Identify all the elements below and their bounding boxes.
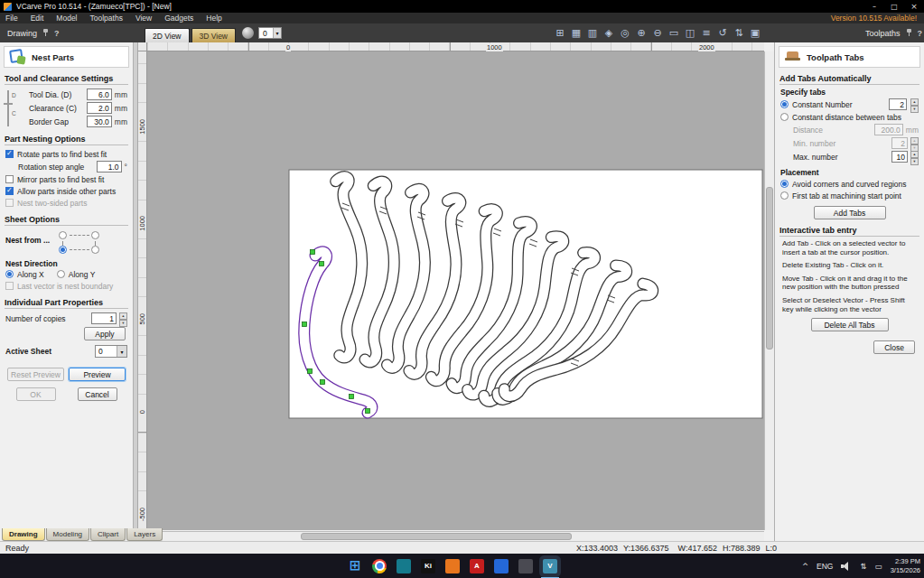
minimize-button[interactable]: – xyxy=(864,0,884,13)
shading-sphere-icon[interactable] xyxy=(242,27,254,39)
constant-number-input[interactable]: 2 xyxy=(889,98,907,110)
page-tab-drawing[interactable]: Drawing xyxy=(2,528,45,541)
drawing-panel-title: Drawing xyxy=(7,29,37,38)
drawing-canvas[interactable] xyxy=(147,51,764,530)
vertical-scrollbar[interactable] xyxy=(764,51,774,530)
maximize-button[interactable]: □ xyxy=(884,0,904,13)
menu-file[interactable]: File xyxy=(5,14,18,23)
grid-icon[interactable]: ▦ xyxy=(569,25,583,40)
value-input[interactable]: 2.0 xyxy=(87,102,112,114)
value-input[interactable]: 6.0 xyxy=(87,89,112,100)
along-x-radio[interactable] xyxy=(5,270,14,278)
app-icon-blue[interactable] xyxy=(494,559,509,573)
guides-icon[interactable]: ▥ xyxy=(585,25,600,40)
language-indicator[interactable]: ENG xyxy=(817,562,833,571)
acrobat-icon[interactable]: A xyxy=(470,559,484,573)
rotation-step-input[interactable]: 1.0 xyxy=(97,161,122,172)
max-number-stepper[interactable]: ▴▾ xyxy=(910,151,919,163)
help-icon[interactable]: ? xyxy=(918,29,923,38)
value-input[interactable]: 30.0 xyxy=(87,116,112,127)
pin-icon[interactable] xyxy=(906,29,912,37)
system-tray: ^ ENG ⇅ ▭ 2:39 PM 3/15/2026 xyxy=(802,554,920,578)
chevron-down-icon[interactable]: ▾ xyxy=(273,28,281,38)
tab-2d-view[interactable]: 2D View xyxy=(145,28,190,42)
mirror-parts-checkbox[interactable] xyxy=(5,175,14,183)
layer-visibility-icon[interactable]: ▣ xyxy=(748,25,762,40)
chrome-icon[interactable] xyxy=(372,559,387,573)
page-tab-modeling[interactable]: Modeling xyxy=(46,528,89,541)
view-tabs: 2D View3D View xyxy=(145,28,238,42)
page-tab-clipart[interactable]: Clipart xyxy=(90,528,126,541)
add-tabs-button[interactable]: Add Tabs xyxy=(814,206,886,219)
switch-view-icon[interactable]: ⇅ xyxy=(732,25,746,40)
layer-dropdown[interactable]: 0 ▾ xyxy=(258,27,282,39)
nest-from-bottom-left-radio[interactable] xyxy=(59,246,67,254)
zoom-window-icon[interactable]: ▭ xyxy=(667,25,681,40)
menu-model[interactable]: Model xyxy=(56,14,77,23)
toolpath-tabs-header: Toolpath Tabs xyxy=(779,46,920,68)
copies-stepper[interactable]: ▴▾ xyxy=(119,312,127,324)
taskbar-clock[interactable]: 2:39 PM 3/15/2026 xyxy=(891,557,920,574)
first-tab-radio[interactable] xyxy=(780,191,789,200)
refresh-view-icon[interactable]: ↺ xyxy=(715,25,730,40)
taskbar-apps: ⊞KiAV xyxy=(348,554,557,578)
menu-toolpaths[interactable]: Toolpaths xyxy=(90,14,123,23)
nest-from-top-left-radio[interactable] xyxy=(59,231,67,239)
constant-number-stepper[interactable]: ▴▾ xyxy=(910,98,919,110)
toolpath-tabs-icon xyxy=(785,51,801,63)
zoom-in-icon[interactable]: ⊕ xyxy=(634,25,649,40)
close-button[interactable]: × xyxy=(904,0,924,13)
delete-all-tabs-button[interactable]: Delete All Tabs xyxy=(811,318,889,331)
pan-view-icon[interactable]: ≡ xyxy=(699,25,714,40)
max-number-input[interactable]: 10 xyxy=(891,151,908,163)
nest-from-corner-selector[interactable] xyxy=(57,231,104,256)
kicad-icon[interactable]: Ki xyxy=(421,559,435,573)
menu-gadgets[interactable]: Gadgets xyxy=(164,14,193,23)
menu-view[interactable]: View xyxy=(135,14,152,23)
menu-help[interactable]: Help xyxy=(206,14,221,23)
version-notice-link[interactable]: Version 10.515 Available! xyxy=(831,14,924,23)
constant-number-radio[interactable] xyxy=(780,100,789,108)
chevron-down-icon[interactable]: ▾ xyxy=(117,346,126,357)
tab-3d-view[interactable]: 3D View xyxy=(191,28,237,42)
help-icon[interactable]: ? xyxy=(54,29,60,38)
pin-icon[interactable] xyxy=(42,29,49,37)
scrollbar-thumb[interactable] xyxy=(301,533,572,540)
cursor-y: Y:1366.6375 xyxy=(623,544,669,553)
nest-from-bottom-right-radio[interactable] xyxy=(91,246,99,254)
preview-button[interactable]: Preview xyxy=(69,368,126,381)
start-button[interactable]: ⊞ xyxy=(348,559,362,573)
zoom-out-icon[interactable]: ⊖ xyxy=(650,25,665,40)
apply-button[interactable]: Apply xyxy=(84,327,126,340)
nest-from-top-right-radio[interactable] xyxy=(91,231,99,239)
notification-icon[interactable]: ▭ xyxy=(875,562,882,571)
cancel-button[interactable]: Cancel xyxy=(78,387,117,401)
toolbar-icons: ⊞▦▥◈◎⊕⊖▭◫≡↺⇅▣ xyxy=(553,25,762,40)
ruler-label: 0 xyxy=(138,410,146,414)
tray-chevron-icon[interactable]: ^ xyxy=(802,562,808,571)
app-icon-orange[interactable] xyxy=(445,559,460,573)
rotate-parts-checkbox[interactable] xyxy=(5,150,14,158)
allow-inside-checkbox[interactable] xyxy=(5,187,14,195)
app-icon-gray[interactable] xyxy=(518,559,533,573)
network-icon[interactable]: ⇅ xyxy=(860,562,866,571)
page-tab-layers[interactable]: Layers xyxy=(126,528,163,541)
center-origin-icon[interactable]: ◎ xyxy=(618,25,632,40)
ruler-label: 1000 xyxy=(138,216,146,231)
volume-icon[interactable] xyxy=(841,562,852,571)
snap-toggle-icon[interactable]: ⊞ xyxy=(553,25,567,40)
avoid-corners-radio[interactable] xyxy=(780,180,789,188)
zoom-extents-icon[interactable]: ◫ xyxy=(683,25,697,40)
app-icon-teal[interactable] xyxy=(397,559,411,573)
ruler-label: -500 xyxy=(138,508,146,521)
close-panel-button[interactable]: Close xyxy=(873,340,915,354)
active-sheet-dropdown[interactable]: 0 ▾ xyxy=(95,345,127,358)
along-y-radio[interactable] xyxy=(57,270,65,278)
menu-edit[interactable]: Edit xyxy=(31,14,44,23)
copies-input[interactable]: 1 xyxy=(91,312,117,324)
vcarve-taskbar-icon[interactable]: V xyxy=(543,559,557,573)
horizontal-scrollbar[interactable] xyxy=(147,531,764,541)
snap-geometry-icon[interactable]: ◈ xyxy=(602,25,616,40)
scrollbar-thumb[interactable] xyxy=(766,187,773,350)
constant-distance-radio[interactable] xyxy=(780,113,789,121)
